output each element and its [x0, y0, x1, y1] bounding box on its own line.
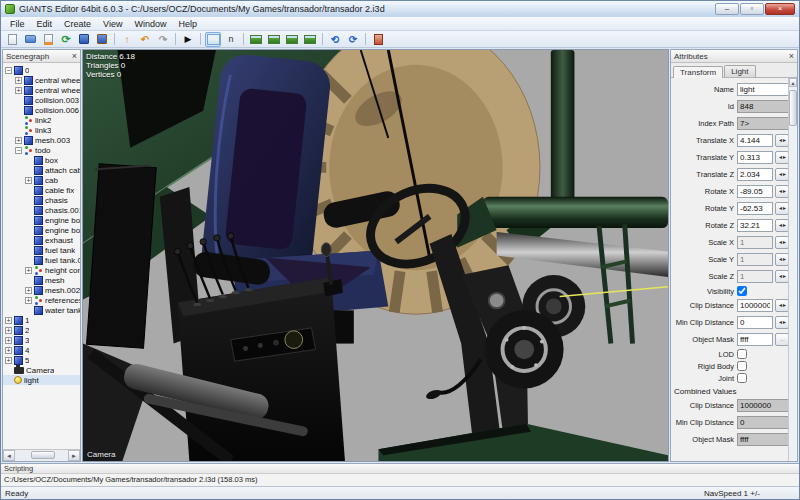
scroll-left-icon[interactable]: ◄: [3, 450, 15, 461]
tree-item-link3[interactable]: link3: [3, 125, 80, 135]
clip-distance-spinner[interactable]: ◄►: [775, 299, 788, 312]
terrain-smooth-icon[interactable]: [284, 32, 300, 47]
show-names-icon[interactable]: n: [223, 32, 239, 47]
tree-item-collision-003[interactable]: collision.003: [3, 95, 80, 105]
name-input[interactable]: [737, 83, 788, 96]
translate-z-input[interactable]: [737, 168, 773, 181]
object-mask-input[interactable]: [737, 333, 773, 346]
expand-toggle[interactable]: +: [5, 327, 12, 334]
tree-item-chasis[interactable]: chasis: [3, 195, 80, 205]
menu-create[interactable]: Create: [58, 19, 97, 29]
scale-x-spinner[interactable]: ◄►: [775, 236, 788, 249]
scroll-right-icon[interactable]: ►: [68, 450, 80, 461]
close-panel-icon[interactable]: ×: [789, 52, 794, 60]
expand-toggle[interactable]: +: [25, 297, 32, 304]
tree-item-mesh-002[interactable]: +mesh.002: [3, 285, 80, 295]
scale-z-spinner[interactable]: ◄►: [775, 270, 788, 283]
expand-toggle[interactable]: +: [5, 317, 12, 324]
scroll-up-icon[interactable]: ▲: [789, 78, 797, 87]
exit-icon[interactable]: [370, 32, 386, 47]
tree-item-cable-fix[interactable]: cable fix: [3, 185, 80, 195]
tree-item-collision-006[interactable]: collision.006: [3, 105, 80, 115]
menu-file[interactable]: File: [4, 19, 31, 29]
visibility-checkbox[interactable]: [737, 286, 747, 296]
physics-settings-icon[interactable]: ⟳: [345, 32, 361, 47]
tree-item-cab[interactable]: +cab: [3, 175, 80, 185]
tree-item-box[interactable]: box: [3, 155, 80, 165]
tree-item-attach-cable[interactable]: attach cabl: [3, 165, 80, 175]
tree-item-5[interactable]: +5: [3, 355, 80, 365]
tree-item-4[interactable]: +4: [3, 345, 80, 355]
scroll-thumb[interactable]: [31, 451, 55, 459]
tree-item-fuel-tank[interactable]: fuel tank: [3, 245, 80, 255]
close-button[interactable]: ×: [765, 3, 795, 15]
frame-selection-icon[interactable]: [205, 32, 221, 47]
tree-item-mesh-003[interactable]: +mesh.003: [3, 135, 80, 145]
open-file-icon[interactable]: [22, 32, 38, 47]
translate-y-spinner[interactable]: ◄►: [775, 151, 788, 164]
redo-icon[interactable]: ↷: [155, 32, 171, 47]
rotate-x-input[interactable]: [737, 185, 773, 198]
expand-toggle[interactable]: −: [15, 147, 22, 154]
reload-icon[interactable]: ⟳: [58, 32, 74, 47]
tree-item-engine-box[interactable]: engine box: [3, 215, 80, 225]
save-as-icon[interactable]: [40, 32, 56, 47]
min-clip-distance-spinner[interactable]: ◄►: [775, 316, 788, 329]
physics-simulate-icon[interactable]: ⟲: [327, 32, 343, 47]
play-icon[interactable]: ▶: [180, 32, 196, 47]
tree-item-0[interactable]: −0: [3, 65, 80, 75]
tab-light[interactable]: Light: [724, 65, 755, 77]
menu-view[interactable]: View: [97, 19, 128, 29]
tree-item-mesh[interactable]: mesh: [3, 275, 80, 285]
scripting-log[interactable]: C:/Users/OCZ/Documents/My Games/transado…: [1, 474, 799, 486]
tree-item-engine-box[interactable]: engine box: [3, 225, 80, 235]
translate-x-spinner[interactable]: ◄►: [775, 134, 788, 147]
terrain-foliage-icon[interactable]: [302, 32, 318, 47]
minimize-button[interactable]: –: [715, 3, 739, 15]
tree-item-2[interactable]: +2: [3, 325, 80, 335]
scenegraph-hscrollbar[interactable]: ◄ ►: [3, 449, 80, 461]
maximize-button[interactable]: ▫: [740, 3, 764, 15]
tree-item-references[interactable]: +references: [3, 295, 80, 305]
tree-item-central-wheel[interactable]: +central wheel: [3, 85, 80, 95]
expand-toggle[interactable]: +: [5, 347, 12, 354]
tree-item-1[interactable]: +1: [3, 315, 80, 325]
expand-toggle[interactable]: +: [15, 87, 22, 94]
tree-item-light[interactable]: light: [3, 375, 80, 385]
expand-toggle[interactable]: +: [25, 287, 32, 294]
tree-item-camera[interactable]: Camera: [3, 365, 80, 375]
new-file-icon[interactable]: [4, 32, 20, 47]
translate-x-input[interactable]: [737, 134, 773, 147]
menu-edit[interactable]: Edit: [31, 19, 59, 29]
tree-item-fuel-tank-0[interactable]: fuel tank.0: [3, 255, 80, 265]
clip-distance-input[interactable]: [737, 299, 773, 312]
rotate-z-spinner[interactable]: ◄►: [775, 219, 788, 232]
rotate-y-input[interactable]: [737, 202, 773, 215]
tree-item-chasis-001[interactable]: chasis.001: [3, 205, 80, 215]
tab-transform[interactable]: Transform: [673, 66, 723, 78]
tree-item-central-wheel[interactable]: +central wheel: [3, 75, 80, 85]
rotate-x-spinner[interactable]: ◄►: [775, 185, 788, 198]
3d-viewport[interactable]: Distance 6.18 Triangles 0 Vertices 0 Cam…: [82, 49, 669, 462]
import-icon[interactable]: ↑: [119, 32, 135, 47]
rigid-body-checkbox[interactable]: [737, 361, 747, 371]
expand-toggle[interactable]: +: [5, 357, 12, 364]
tree-item-todo[interactable]: −todo: [3, 145, 80, 155]
close-panel-icon[interactable]: ×: [72, 52, 77, 60]
translate-z-spinner[interactable]: ◄►: [775, 168, 788, 181]
expand-toggle[interactable]: +: [15, 77, 22, 84]
joint-checkbox[interactable]: [737, 373, 747, 383]
tree-item-water-tank[interactable]: water tank: [3, 305, 80, 315]
attributes-vscrollbar[interactable]: ▲: [788, 78, 797, 461]
terrain-sculpt-icon[interactable]: [248, 32, 264, 47]
menu-window[interactable]: Window: [128, 19, 172, 29]
min-clip-distance-input[interactable]: [737, 316, 773, 329]
scale-y-spinner[interactable]: ◄►: [775, 253, 788, 266]
expand-toggle[interactable]: +: [25, 267, 32, 274]
translate-y-input[interactable]: [737, 151, 773, 164]
expand-toggle[interactable]: +: [5, 337, 12, 344]
export-icon[interactable]: [94, 32, 110, 47]
expand-toggle[interactable]: +: [15, 137, 22, 144]
menu-help[interactable]: Help: [172, 19, 203, 29]
tree-item-height-con[interactable]: +height con: [3, 265, 80, 275]
